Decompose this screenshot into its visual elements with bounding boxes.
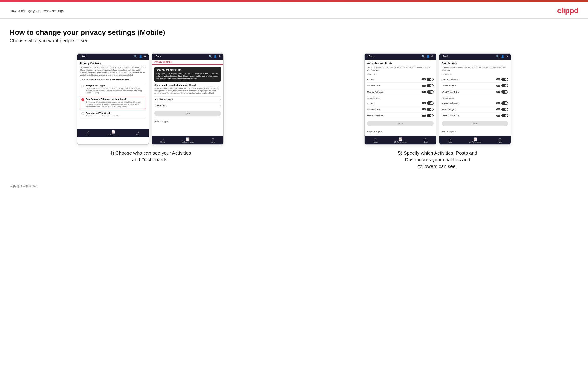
screen1-perf-label: My Performance [107,134,119,136]
screen3-title: Activities and Posts [367,62,434,65]
screen1-nav-home[interactable]: ⌂ Home [86,130,90,136]
screen4-nav-performance[interactable]: 📈 My Performance [469,137,481,143]
page-body: How to change your privacy settings (Mob… [0,19,588,202]
screen2-bottom-nav: ⌂ Home 📈 My Performance ≡ Menu [152,136,223,144]
screen4-coaches-what-to-work-label: What To Work On [442,91,459,93]
screen4-coaches-what-to-work-toggle[interactable] [502,90,508,94]
screen3-desc: Select the types of activity that you'd … [367,66,434,71]
screen2-activities-label: Activities and Posts [154,98,173,101]
screen3-nav-menu[interactable]: ≡ Menu [423,137,428,143]
screen1-option-coach-label: Only You and Your Coach [86,112,120,114]
screen2-menu-activities[interactable]: Activities and Posts › [154,96,221,103]
settings-icon-3[interactable]: ⚙ [431,55,434,58]
screen3-followers-rounds-toggle[interactable] [427,101,434,105]
screen4-coaches-round-insights-status: ON [496,84,501,87]
screen4-nav-home[interactable]: ⌂ Home [448,137,452,143]
screen2-nav-performance[interactable]: 📈 My Performance [182,137,194,143]
settings-icon-2[interactable]: ⚙ [218,55,221,58]
screen4-save-button[interactable]: Save [442,121,508,126]
screen1-option-coach[interactable]: Only You and Your Coach Only you and the… [80,110,146,118]
screen1-content: Privacy Controls Control how you and you… [78,59,149,127]
screen3-coaches-manual-status: ON [422,91,426,93]
screen3-followers-manual: Manual Activities ON [367,113,434,119]
breadcrumb: How to change your privacy settings [10,9,64,13]
screen2-menu-dashboards[interactable]: Dashboards › [154,103,221,109]
screen4-coaches-round-insights-toggle[interactable] [502,84,508,87]
screen4-nav-icons: 🔍 👤 ⚙ [496,55,508,58]
screen4-followers-player-dash-toggle[interactable] [502,101,508,105]
screen1-radio-coach [81,112,84,115]
screen3-followers-drills: Practice Drills ON [367,106,434,113]
screen3-followers-drills-label: Practice Drills [367,108,380,111]
screen3-followers-drills-status: ON [422,108,426,110]
screen3-back[interactable]: ‹ Back [367,55,374,58]
screen4-caption: 5) Specify which Activities, Posts and D… [397,150,479,170]
screen4-menu-label: Menu [498,141,502,143]
screen3-save-button[interactable]: Save [367,121,434,126]
screen2-tooltip-desc: Only you and the coaches you connect wit… [156,73,219,80]
screenshot-group-2: ‹ Back 🔍 👤 ⚙ Activities and Posts Select… [297,53,579,170]
screen3-bottom-nav: ⌂ Home 📈 My Performance ≡ Menu [365,136,436,144]
person-icon-2[interactable]: 👤 [214,55,217,58]
screen2-nav-home[interactable]: ⌂ Home [160,137,165,143]
screen1-radio-group: Everyone on Clippd Everyone on Clippd ca… [80,83,146,118]
screen2-tab-privacy[interactable]: Privacy Controls [154,59,172,65]
chevron-right-icon-2: › [220,104,221,107]
screen2-save-button[interactable]: Save [154,111,221,116]
screen3-followers-drills-toggle[interactable] [427,108,434,111]
screen1-caption: 4) Choose who can see your Activities an… [109,150,191,163]
screen1-nav-menu[interactable]: ≡ Menu [136,130,140,136]
person-icon-3[interactable]: 👤 [426,55,430,58]
screen4-followers-round-insights-label: Round Insights [442,108,456,111]
screen4-back[interactable]: ‹ Back [442,55,449,58]
screen3-coaches-rounds-toggle[interactable] [427,78,434,81]
performance-icon-2: 📈 [186,137,190,141]
screen2-dashboards-label: Dashboards [154,104,166,107]
settings-icon-4[interactable]: ⚙ [506,55,508,58]
screen4-followers-round-insights-toggle[interactable] [502,108,508,111]
screen4-perf-label: My Performance [469,141,481,143]
screen4-coaches-round-insights: Round Insights ON [442,83,508,89]
screen3-nav-performance[interactable]: 📈 My Performance [394,137,407,143]
screen1-option-everyone-label: Everyone on Clippd [86,84,145,87]
search-icon[interactable]: 🔍 [134,55,138,58]
screen4: ‹ Back 🔍 👤 ⚙ Dashboards Select the dashb… [439,53,511,145]
screen3-followers-manual-status: ON [422,115,426,117]
person-icon-4[interactable]: 👤 [501,55,504,58]
screen1-nav-performance[interactable]: 📈 My Performance [107,130,119,136]
screen4-followers-what-to-work-status: ON [496,115,501,117]
screen4-coaches-label: COACHES [442,73,508,75]
screen4-desc: Select the dashboards that you'd like to… [442,66,508,71]
screenshot-group-1: ‹ Back 🔍 👤 ⚙ Privacy Controls Control ho… [10,53,291,163]
screen2-menu-label: Menu [211,141,215,143]
performance-icon-4: 📈 [473,137,477,141]
search-icon-2[interactable]: 🔍 [209,55,212,58]
screen4-followers-what-to-work-toggle[interactable] [502,114,508,117]
screen4-followers-player-dash-label: Player Dashboard [442,102,459,104]
screen4-followers-round-insights: Round Insights ON [442,106,508,113]
screen2-back[interactable]: ‹ Back [154,55,161,58]
screen3-nav-home[interactable]: ⌂ Home [373,137,378,143]
person-icon[interactable]: 👤 [139,55,142,58]
home-icon-4: ⌂ [449,137,451,141]
screen1-back[interactable]: ‹ Back [80,55,86,58]
screen4-coaches-player-dash-status: ON [496,78,501,80]
screen1-option-everyone-desc: Everyone on Clippd can search for you an… [86,87,145,94]
screen3-coaches-manual-toggle[interactable] [427,90,434,94]
screen4-nav-menu[interactable]: ≡ Menu [498,137,502,143]
search-icon-3[interactable]: 🔍 [422,55,425,58]
page-subtitle: Choose what you want people to see [10,38,578,43]
screen4-coaches-player-dash-toggle[interactable] [502,78,508,81]
screen4-followers-round-insights-status: ON [496,108,501,110]
screen2-nav-menu[interactable]: ≡ Menu [211,137,215,143]
screen1-option-approved[interactable]: Only Approved Followers and Your Coach O… [80,97,146,109]
settings-icon[interactable]: ⚙ [144,55,146,58]
screen-pair-2: ‹ Back 🔍 👤 ⚙ Activities and Posts Select… [364,53,511,145]
screen3-followers-rounds: Rounds ON [367,100,434,106]
screen1-option-everyone[interactable]: Everyone on Clippd Everyone on Clippd ca… [80,83,146,95]
screen3-followers-rounds-status: ON [422,102,426,104]
screen1: ‹ Back 🔍 👤 ⚙ Privacy Controls Control ho… [77,53,149,145]
search-icon-4[interactable]: 🔍 [496,55,500,58]
screen3-coaches-drills-toggle[interactable] [427,84,434,87]
screen3-followers-manual-toggle[interactable] [427,114,434,117]
